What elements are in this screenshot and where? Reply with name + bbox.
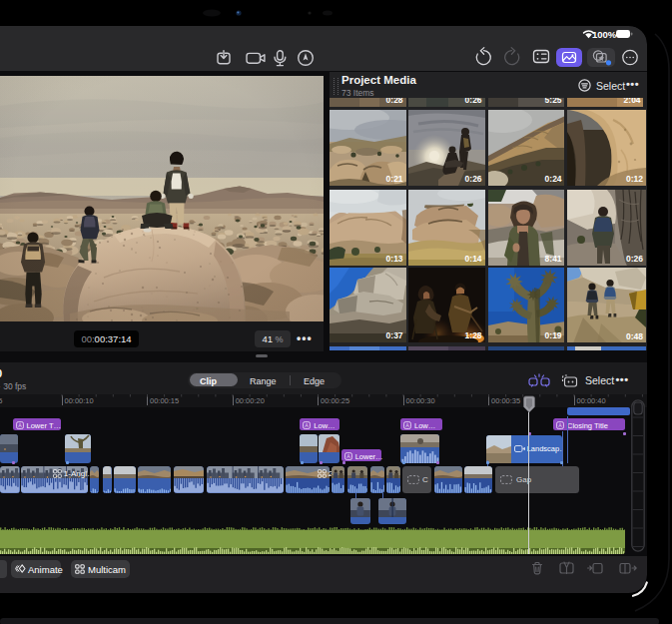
svg-text:A: A (346, 453, 350, 459)
svg-text:A: A (306, 422, 310, 428)
svg-text:0:28: 0:28 (386, 98, 403, 105)
svg-text:8:41: 8:41 (544, 254, 561, 264)
svg-text:0:21: 0:21 (386, 174, 403, 184)
svg-text:5:25: 5:25 (544, 98, 561, 105)
svg-text:0:19: 0:19 (544, 330, 561, 340)
svg-text:A: A (405, 422, 409, 428)
svg-text:2:04: 2:04 (624, 98, 641, 105)
svg-text:0:14: 0:14 (465, 254, 482, 264)
svg-text:0:26: 0:26 (465, 174, 482, 184)
svg-text:0:37: 0:37 (386, 330, 403, 340)
svg-text:0:13: 0:13 (386, 254, 403, 264)
svg-text:0:26: 0:26 (626, 254, 643, 264)
svg-text:A: A (558, 422, 562, 428)
svg-text:0:24: 0:24 (544, 174, 561, 184)
svg-text:0:26: 0:26 (465, 98, 482, 105)
svg-text:0:48: 0:48 (626, 330, 643, 340)
svg-text:1:28: 1:28 (465, 330, 482, 340)
svg-text:A: A (18, 422, 22, 428)
svg-text:0:12: 0:12 (626, 174, 643, 184)
